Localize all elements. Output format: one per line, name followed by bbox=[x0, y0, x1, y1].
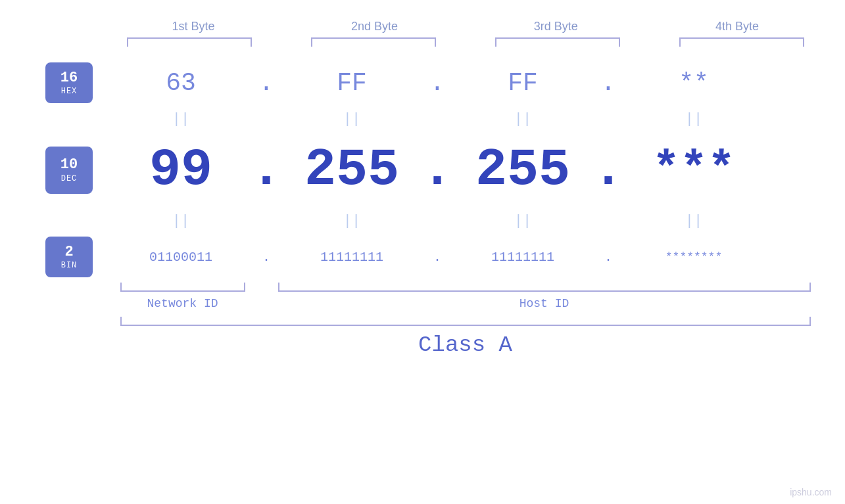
hex-dot2: . bbox=[421, 69, 454, 97]
eq1-b1: || bbox=[112, 111, 250, 127]
bin-badge: 2 BIN bbox=[45, 237, 93, 277]
eq1-b2: || bbox=[283, 111, 421, 127]
dec-badge: 10 DEC bbox=[45, 147, 93, 194]
bin-row: 01100011 . 11111111 . 11111111 . *******… bbox=[112, 234, 832, 280]
dec-dot1: . bbox=[250, 140, 283, 200]
bin-dot3: . bbox=[592, 250, 625, 265]
eq2-b1: || bbox=[112, 213, 250, 229]
class-label: Class A bbox=[120, 332, 811, 357]
dec-row: 99 . 255 . 255 . *** bbox=[112, 132, 832, 208]
eq1-b3: || bbox=[454, 111, 592, 127]
bin-badge-label: BIN bbox=[61, 261, 78, 270]
hex-row: 63 . FF . FF . ** bbox=[112, 60, 832, 106]
dec-dot2: . bbox=[421, 140, 454, 200]
hex-dot1: . bbox=[250, 69, 283, 97]
bracket-byte2 bbox=[311, 37, 436, 47]
eq2-b3: || bbox=[454, 213, 592, 229]
byte4-label: 4th Byte bbox=[665, 20, 809, 34]
equals-row-2: || || || || bbox=[112, 208, 832, 234]
hex-byte4: ** bbox=[625, 69, 763, 97]
dec-badge-label: DEC bbox=[61, 174, 78, 183]
bracket-byte1 bbox=[127, 37, 252, 47]
host-id-label: Host ID bbox=[278, 297, 811, 310]
eq2-b2: || bbox=[283, 213, 421, 229]
bracket-byte3 bbox=[495, 37, 620, 47]
hex-byte2: FF bbox=[283, 69, 421, 97]
bin-byte1: 01100011 bbox=[112, 250, 250, 265]
dec-badge-number: 10 bbox=[60, 156, 78, 173]
hex-badge: 16 HEX bbox=[45, 62, 93, 103]
hex-byte1: 63 bbox=[112, 69, 250, 97]
byte3-label: 3rd Byte bbox=[483, 20, 628, 34]
bin-dot2: . bbox=[421, 250, 454, 265]
hex-badge-number: 16 bbox=[60, 70, 78, 87]
eq1-b4: || bbox=[625, 111, 763, 127]
bin-byte2: 11111111 bbox=[283, 250, 421, 265]
equals-row-1: || || || || bbox=[112, 106, 832, 132]
dec-byte1: 99 bbox=[112, 140, 250, 200]
network-id-label: Network ID bbox=[120, 297, 245, 310]
hex-byte3: FF bbox=[454, 69, 592, 97]
byte2-label: 2nd Byte bbox=[302, 20, 447, 34]
bin-byte3: 11111111 bbox=[454, 250, 592, 265]
bin-dot1: . bbox=[250, 250, 283, 265]
bracket-byte4 bbox=[679, 37, 804, 47]
hex-dot3: . bbox=[592, 69, 625, 97]
dec-byte2: 255 bbox=[283, 140, 421, 200]
byte1-label: 1st Byte bbox=[121, 20, 266, 34]
bottom-bracket-network bbox=[120, 283, 245, 292]
dec-byte4: *** bbox=[625, 144, 763, 196]
bin-byte4: ******** bbox=[625, 250, 763, 263]
bin-badge-number: 2 bbox=[64, 244, 73, 261]
hex-badge-label: HEX bbox=[61, 87, 78, 96]
bottom-bracket-all bbox=[120, 317, 811, 326]
eq2-b4: || bbox=[625, 213, 763, 229]
dec-dot3: . bbox=[592, 140, 625, 200]
footer: ipshu.com bbox=[790, 487, 832, 497]
dec-byte3: 255 bbox=[454, 140, 592, 200]
bottom-bracket-host bbox=[278, 283, 811, 292]
